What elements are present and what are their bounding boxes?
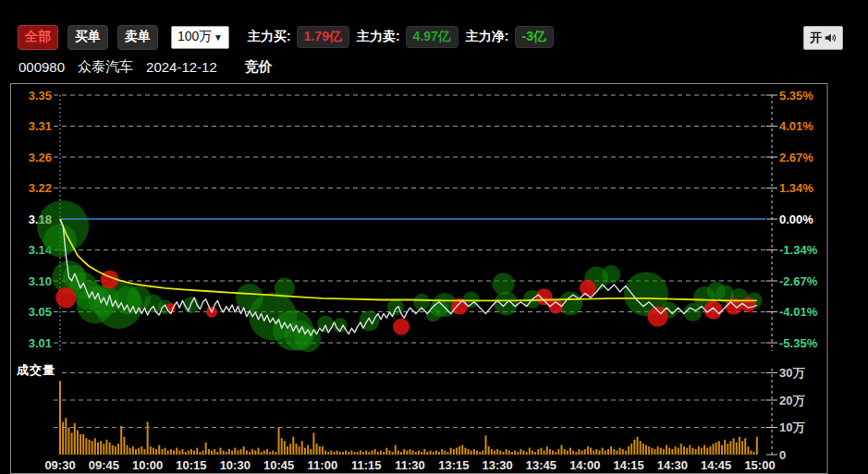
toolbar: 全部 买单 卖单 100万 ▼ 主力买: 1.79亿 主力卖: 4.97亿 主力…: [18, 24, 554, 50]
svg-text:13:15: 13:15: [438, 458, 469, 472]
svg-text:14:15: 14:15: [613, 458, 643, 472]
main-buy-value: 1.79亿: [297, 26, 349, 48]
stock-info-row: 000980 众泰汽车 2024-12-12 竞价: [18, 58, 286, 75]
filter-sell-button[interactable]: 卖单: [117, 25, 158, 50]
svg-text:09:30: 09:30: [44, 458, 75, 472]
main-buy-label: 主力买:: [248, 29, 291, 45]
sound-toggle-button[interactable]: 开: [803, 26, 843, 50]
svg-text:11:30: 11:30: [395, 458, 425, 472]
svg-text:3.31: 3.31: [29, 119, 52, 133]
threshold-select[interactable]: 100万 ▼: [171, 26, 229, 49]
speaker-icon: [824, 31, 837, 44]
auction-tab[interactable]: 竞价: [245, 58, 273, 76]
svg-text:-5.35%: -5.35%: [779, 336, 818, 350]
svg-text:10:45: 10:45: [263, 458, 294, 472]
svg-text:-4.01%: -4.01%: [779, 305, 818, 319]
main-net-value: -3亿: [515, 26, 554, 48]
svg-text:-2.67%: -2.67%: [779, 274, 818, 288]
svg-text:0: 0: [779, 448, 786, 462]
dropdown-caret-icon: ▼: [214, 32, 223, 43]
sound-toggle-label: 开: [810, 30, 822, 46]
volume-title: 成交量: [14, 362, 58, 379]
svg-text:3.05: 3.05: [29, 305, 52, 319]
svg-text:10:30: 10:30: [220, 458, 251, 472]
svg-text:11:15: 11:15: [351, 458, 382, 472]
svg-text:20万: 20万: [779, 394, 805, 407]
svg-text:2.67%: 2.67%: [779, 151, 813, 164]
main-net-label: 主力净:: [466, 29, 509, 45]
svg-text:10万: 10万: [779, 420, 805, 434]
svg-text:09:45: 09:45: [89, 458, 119, 472]
threshold-value: 100万: [177, 29, 212, 45]
svg-text:10:15: 10:15: [176, 458, 206, 472]
svg-text:10:00: 10:00: [132, 458, 163, 472]
svg-text:14:00: 14:00: [569, 458, 600, 472]
trade-date: 2024-12-12: [146, 59, 217, 75]
svg-text:3.26: 3.26: [29, 151, 52, 164]
svg-text:13:30: 13:30: [483, 458, 513, 472]
svg-text:3.35: 3.35: [29, 89, 52, 103]
svg-text:30万: 30万: [779, 366, 805, 380]
stock-name: 众泰汽车: [78, 58, 133, 76]
svg-text:5.35%: 5.35%: [779, 89, 813, 103]
svg-text:14:30: 14:30: [657, 458, 688, 472]
filter-buy-button[interactable]: 买单: [67, 25, 108, 50]
main-sell-value: 4.97亿: [406, 26, 458, 48]
svg-text:11:00: 11:00: [308, 458, 338, 472]
filter-all-button[interactable]: 全部: [18, 25, 58, 50]
svg-text:15:00: 15:00: [744, 458, 775, 472]
svg-text:1.34%: 1.34%: [779, 181, 813, 195]
svg-text:3.22: 3.22: [29, 181, 52, 195]
svg-text:14:45: 14:45: [701, 458, 731, 472]
svg-text:4.01%: 4.01%: [779, 119, 813, 133]
svg-text:-1.34%: -1.34%: [779, 243, 818, 257]
stock-code: 000980: [18, 59, 65, 75]
main-sell-label: 主力卖:: [357, 29, 400, 45]
svg-text:3.10: 3.10: [29, 274, 52, 288]
svg-text:3.01: 3.01: [29, 336, 52, 350]
svg-text:13:45: 13:45: [526, 458, 556, 472]
svg-text:0.00%: 0.00%: [779, 213, 813, 226]
